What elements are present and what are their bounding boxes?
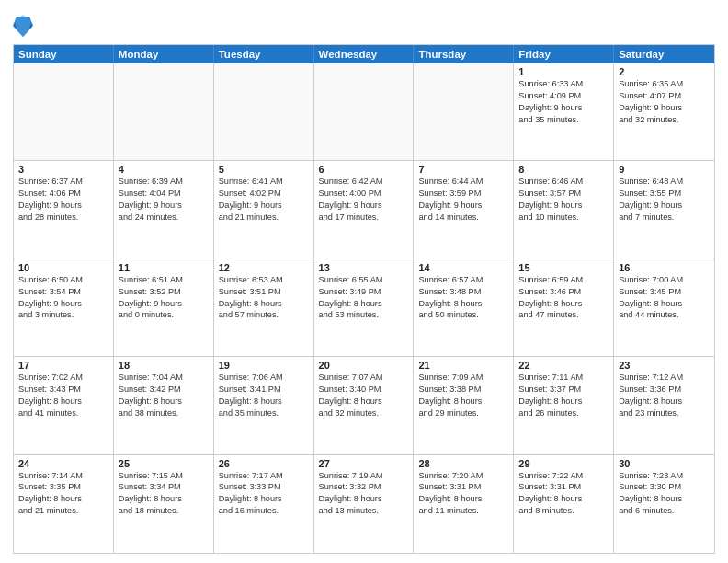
- cell-details: Sunrise: 6:53 AM Sunset: 3:51 PM Dayligh…: [219, 274, 309, 322]
- calendar-cell: [114, 63, 214, 160]
- day-number: 11: [119, 262, 209, 273]
- cell-details: Sunrise: 7:22 AM Sunset: 3:31 PM Dayligh…: [518, 470, 609, 518]
- cell-details: Sunrise: 6:33 AM Sunset: 4:09 PM Dayligh…: [518, 78, 609, 126]
- day-number: 22: [518, 360, 609, 371]
- cell-details: Sunrise: 7:20 AM Sunset: 3:31 PM Dayligh…: [418, 470, 508, 518]
- cell-details: Sunrise: 6:51 AM Sunset: 3:52 PM Dayligh…: [119, 274, 209, 322]
- cell-details: Sunrise: 7:00 AM Sunset: 3:45 PM Dayligh…: [619, 274, 710, 322]
- day-number: 27: [319, 458, 409, 469]
- day-number: 21: [418, 360, 508, 371]
- calendar-cell: 10Sunrise: 6:50 AM Sunset: 3:54 PM Dayli…: [14, 259, 114, 356]
- calendar-cell: 12Sunrise: 6:53 AM Sunset: 3:51 PM Dayli…: [214, 259, 314, 356]
- day-number: 19: [219, 360, 309, 371]
- calendar-row: 10Sunrise: 6:50 AM Sunset: 3:54 PM Dayli…: [14, 259, 714, 357]
- calendar: SundayMondayTuesdayWednesdayThursdayFrid…: [13, 44, 715, 554]
- cell-details: Sunrise: 6:37 AM Sunset: 4:06 PM Dayligh…: [18, 176, 108, 224]
- calendar-cell: 30Sunrise: 7:23 AM Sunset: 3:30 PM Dayli…: [614, 455, 714, 553]
- weekday-header: Wednesday: [314, 45, 415, 63]
- calendar-cell: 22Sunrise: 7:11 AM Sunset: 3:37 PM Dayli…: [514, 357, 614, 454]
- day-number: 8: [518, 164, 609, 175]
- calendar-cell: 5Sunrise: 6:41 AM Sunset: 4:02 PM Daylig…: [214, 161, 314, 258]
- calendar-cell: 29Sunrise: 7:22 AM Sunset: 3:31 PM Dayli…: [514, 455, 614, 553]
- cell-details: Sunrise: 7:12 AM Sunset: 3:36 PM Dayligh…: [619, 372, 710, 419]
- calendar-row: 17Sunrise: 7:02 AM Sunset: 3:43 PM Dayli…: [14, 357, 714, 454]
- calendar-cell: [414, 63, 514, 160]
- day-number: 18: [119, 360, 209, 371]
- day-number: 23: [619, 360, 710, 371]
- day-number: 24: [18, 458, 108, 469]
- calendar-cell: 7Sunrise: 6:44 AM Sunset: 3:59 PM Daylig…: [414, 161, 514, 258]
- weekday-header: Monday: [114, 45, 214, 63]
- calendar-cell: 18Sunrise: 7:04 AM Sunset: 3:42 PM Dayli…: [114, 357, 214, 454]
- calendar-cell: 9Sunrise: 6:48 AM Sunset: 3:55 PM Daylig…: [614, 161, 714, 258]
- calendar-cell: 28Sunrise: 7:20 AM Sunset: 3:31 PM Dayli…: [414, 455, 514, 553]
- day-number: 6: [319, 164, 409, 175]
- weekday-header: Sunday: [14, 45, 114, 63]
- calendar-cell: 3Sunrise: 6:37 AM Sunset: 4:06 PM Daylig…: [14, 161, 114, 258]
- calendar-cell: 1Sunrise: 6:33 AM Sunset: 4:09 PM Daylig…: [514, 63, 614, 160]
- cell-details: Sunrise: 6:44 AM Sunset: 3:59 PM Dayligh…: [418, 176, 508, 224]
- weekday-header: Thursday: [414, 45, 514, 63]
- cell-details: Sunrise: 7:04 AM Sunset: 3:42 PM Dayligh…: [119, 372, 209, 419]
- calendar-cell: 11Sunrise: 6:51 AM Sunset: 3:52 PM Dayli…: [114, 259, 214, 356]
- day-number: 10: [18, 262, 108, 273]
- calendar-cell: 20Sunrise: 7:07 AM Sunset: 3:40 PM Dayli…: [314, 357, 415, 454]
- day-number: 1: [518, 66, 609, 77]
- calendar-cell: 21Sunrise: 7:09 AM Sunset: 3:38 PM Dayli…: [414, 357, 514, 454]
- calendar-cell: 27Sunrise: 7:19 AM Sunset: 3:32 PM Dayli…: [314, 455, 415, 553]
- cell-details: Sunrise: 7:06 AM Sunset: 3:41 PM Dayligh…: [219, 372, 309, 419]
- day-number: 14: [418, 262, 508, 273]
- calendar-cell: [314, 63, 415, 160]
- cell-details: Sunrise: 7:09 AM Sunset: 3:38 PM Dayligh…: [418, 372, 508, 419]
- cell-details: Sunrise: 7:02 AM Sunset: 3:43 PM Dayligh…: [18, 372, 108, 419]
- weekday-header: Tuesday: [214, 45, 314, 63]
- day-number: 15: [518, 262, 609, 273]
- cell-details: Sunrise: 7:17 AM Sunset: 3:33 PM Dayligh…: [219, 470, 309, 518]
- calendar-cell: 25Sunrise: 7:15 AM Sunset: 3:34 PM Dayli…: [114, 455, 214, 553]
- cell-details: Sunrise: 7:19 AM Sunset: 3:32 PM Dayligh…: [319, 470, 409, 518]
- calendar-row: 24Sunrise: 7:14 AM Sunset: 3:35 PM Dayli…: [14, 455, 714, 553]
- calendar-cell: 17Sunrise: 7:02 AM Sunset: 3:43 PM Dayli…: [14, 357, 114, 454]
- page-header: [13, 9, 715, 39]
- day-number: 16: [619, 262, 710, 273]
- cell-details: Sunrise: 7:15 AM Sunset: 3:34 PM Dayligh…: [119, 470, 209, 518]
- day-number: 3: [18, 164, 108, 175]
- logo: [13, 13, 37, 39]
- calendar-cell: 14Sunrise: 6:57 AM Sunset: 3:48 PM Dayli…: [414, 259, 514, 356]
- calendar-cell: 4Sunrise: 6:39 AM Sunset: 4:04 PM Daylig…: [114, 161, 214, 258]
- cell-details: Sunrise: 6:48 AM Sunset: 3:55 PM Dayligh…: [619, 176, 710, 224]
- cell-details: Sunrise: 6:39 AM Sunset: 4:04 PM Dayligh…: [119, 176, 209, 224]
- cell-details: Sunrise: 7:14 AM Sunset: 3:35 PM Dayligh…: [18, 470, 108, 518]
- calendar-cell: [14, 63, 114, 160]
- calendar-cell: 23Sunrise: 7:12 AM Sunset: 3:36 PM Dayli…: [614, 357, 714, 454]
- day-number: 29: [518, 458, 609, 469]
- weekday-header: Friday: [514, 45, 614, 63]
- calendar-cell: [214, 63, 314, 160]
- cell-details: Sunrise: 6:41 AM Sunset: 4:02 PM Dayligh…: [219, 176, 309, 224]
- cell-details: Sunrise: 7:23 AM Sunset: 3:30 PM Dayligh…: [619, 470, 710, 518]
- day-number: 12: [219, 262, 309, 273]
- calendar-cell: 2Sunrise: 6:35 AM Sunset: 4:07 PM Daylig…: [614, 63, 714, 160]
- cell-details: Sunrise: 6:50 AM Sunset: 3:54 PM Dayligh…: [18, 274, 108, 322]
- calendar-row: 1Sunrise: 6:33 AM Sunset: 4:09 PM Daylig…: [14, 63, 714, 161]
- logo-icon: [13, 13, 33, 39]
- day-number: 17: [18, 360, 108, 371]
- cell-details: Sunrise: 7:11 AM Sunset: 3:37 PM Dayligh…: [518, 372, 609, 419]
- cell-details: Sunrise: 6:46 AM Sunset: 3:57 PM Dayligh…: [518, 176, 609, 224]
- cell-details: Sunrise: 7:07 AM Sunset: 3:40 PM Dayligh…: [319, 372, 409, 419]
- cell-details: Sunrise: 6:55 AM Sunset: 3:49 PM Dayligh…: [319, 274, 409, 322]
- day-number: 4: [119, 164, 209, 175]
- calendar-cell: 19Sunrise: 7:06 AM Sunset: 3:41 PM Dayli…: [214, 357, 314, 454]
- calendar-page: SundayMondayTuesdayWednesdayThursdayFrid…: [0, 0, 728, 563]
- day-number: 30: [619, 458, 710, 469]
- day-number: 2: [619, 66, 710, 77]
- day-number: 7: [418, 164, 508, 175]
- day-number: 25: [119, 458, 209, 469]
- day-number: 20: [319, 360, 409, 371]
- calendar-cell: 24Sunrise: 7:14 AM Sunset: 3:35 PM Dayli…: [14, 455, 114, 553]
- cell-details: Sunrise: 6:59 AM Sunset: 3:46 PM Dayligh…: [518, 274, 609, 322]
- cell-details: Sunrise: 6:35 AM Sunset: 4:07 PM Dayligh…: [619, 78, 710, 126]
- cell-details: Sunrise: 6:57 AM Sunset: 3:48 PM Dayligh…: [418, 274, 508, 322]
- calendar-cell: 26Sunrise: 7:17 AM Sunset: 3:33 PM Dayli…: [214, 455, 314, 553]
- calendar-cell: 16Sunrise: 7:00 AM Sunset: 3:45 PM Dayli…: [614, 259, 714, 356]
